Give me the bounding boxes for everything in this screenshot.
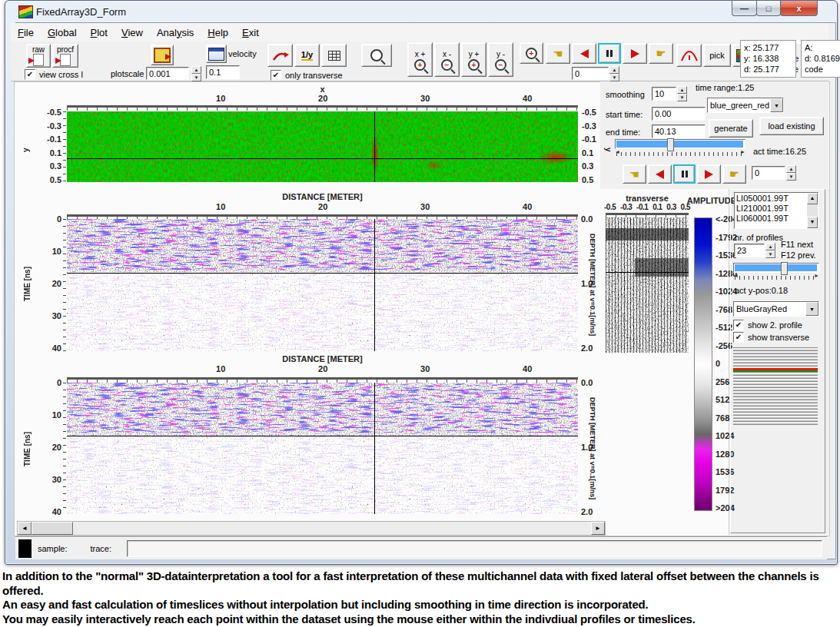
copy-plot-button[interactable] — [151, 45, 174, 65]
menu-item[interactable]: File — [11, 25, 41, 41]
smoothing-spinner[interactable]: ▲ ▼ — [677, 86, 687, 101]
plotscale-spinner[interactable]: ▲ ▼ — [191, 66, 201, 81]
spin-up-icon[interactable]: ▲ — [191, 66, 201, 74]
profile-file-item[interactable]: LI210001.99T — [736, 204, 805, 214]
f12-prev-label: F12 prev. — [781, 250, 816, 260]
nav-pause-button[interactable] — [598, 43, 621, 64]
dropdown-arrow-icon[interactable]: ▼ — [770, 98, 783, 112]
scroll-right-icon[interactable]: ► — [591, 522, 605, 535]
pause-icon — [682, 171, 684, 177]
nav-step-input[interactable]: 0 — [572, 67, 609, 80]
zoom-in-button[interactable]: + — [520, 42, 543, 64]
spin-down-icon[interactable]: ▼ — [786, 173, 796, 181]
time-slider[interactable] — [615, 139, 745, 149]
spin-down-icon[interactable]: ▼ — [677, 94, 687, 101]
timeslice-palette-dropdown[interactable]: blue_green_red ▼ — [707, 98, 784, 113]
axis-zoom-button[interactable]: x + + — [407, 42, 433, 77]
search-button[interactable] — [361, 44, 392, 67]
menu-item[interactable]: Help — [201, 25, 235, 41]
profile-slider-thumb[interactable] — [781, 262, 788, 275]
end-time-input[interactable]: 40.13 — [652, 124, 706, 138]
slice-step-spinner[interactable]: ▲ ▼ — [786, 165, 796, 181]
nr-profiles-input[interactable]: 23 — [734, 244, 765, 257]
nav-step-spinner[interactable]: ▲ ▼ — [609, 66, 619, 81]
nav-forward-button[interactable] — [623, 43, 647, 64]
spin-down-icon[interactable]: ▼ — [609, 74, 619, 81]
plotscale-input[interactable]: 0.001 — [146, 67, 189, 80]
axis-zoom-button[interactable]: y + + — [461, 42, 486, 77]
profile-file-item[interactable]: LI060001.99T — [736, 214, 805, 224]
profile-overview-stripes[interactable] — [733, 347, 818, 426]
axis-zoom-button[interactable]: x - − — [434, 42, 460, 77]
menu-item[interactable]: View — [115, 25, 150, 41]
profile-palette-dropdown[interactable]: BlueGrayRed ▼ — [733, 301, 819, 317]
dropdown-arrow-icon[interactable]: ▼ — [805, 302, 818, 316]
spin-down-icon[interactable]: ▼ — [191, 74, 201, 81]
spin-up-icon[interactable]: ▲ — [609, 66, 619, 74]
spin-up-icon[interactable]: ▲ — [677, 86, 687, 94]
show-transverse-checkbox[interactable]: ✔ show transverse — [733, 332, 809, 343]
scrollbar-thumb[interactable] — [32, 522, 73, 535]
menu-item[interactable]: Plot — [84, 25, 115, 41]
horizontal-scrollbar[interactable]: ◄ ► — [17, 521, 606, 536]
pause-icon — [606, 50, 609, 57]
processed-data-button[interactable]: procf — [52, 44, 78, 68]
menu-item[interactable]: Exit — [235, 25, 266, 41]
menu-item[interactable]: Analysis — [150, 25, 201, 41]
curve-tool-button[interactable] — [267, 44, 293, 67]
coordinates-info-box: x: 25.177y: 16.338d: 25.177 — [740, 40, 796, 78]
spin-up-icon[interactable]: ▲ — [786, 165, 796, 173]
slice-fast-back-button[interactable]: ☚ — [623, 164, 646, 184]
slice-forward-button[interactable] — [697, 164, 721, 184]
file-list-scrollbar[interactable]: ▲ ▼ — [807, 193, 818, 228]
start-time-input[interactable]: 0.00 — [652, 107, 706, 121]
profile-file-item[interactable]: LI050001.99T — [736, 194, 805, 204]
profile-file-list[interactable]: LI050001.99TLI210001.99TLI060001.99T ▲ ▼ — [734, 192, 818, 229]
scroll-up-icon[interactable]: ▲ — [807, 193, 818, 204]
view-cross-checkbox[interactable]: ✔ view cross l — [25, 69, 83, 80]
minimize-button[interactable]: — — [732, 1, 757, 16]
raw-data-button[interactable]: raw — [26, 44, 51, 68]
nr-profiles-spinner[interactable]: ▲ ▼ — [765, 243, 775, 258]
spin-down-icon[interactable]: ▼ — [765, 250, 775, 258]
spin-up-icon[interactable]: ▲ — [765, 243, 775, 250]
velocity-input[interactable]: 0.1 — [206, 65, 240, 79]
time-slider-thumb[interactable] — [667, 138, 674, 151]
nav-fast-forward-button[interactable]: ☛ — [649, 43, 673, 64]
point-a-info-box: A:d: 0.81692code — [801, 40, 840, 78]
load-existing-button[interactable]: load existing — [759, 117, 824, 135]
maximize-button[interactable]: □ — [756, 1, 781, 16]
current-profile-marker-green — [733, 370, 818, 372]
nav-back-button[interactable] — [572, 43, 596, 64]
f11-next-label: F11 next — [781, 240, 813, 249]
hyperbola-fit-button[interactable] — [676, 44, 702, 67]
profile-bottom-x-axis — [67, 377, 578, 380]
slice-fast-forward-button[interactable]: ☛ — [722, 164, 746, 184]
grid-view-button[interactable] — [321, 44, 347, 67]
inverse-velocity-button[interactable]: 1/y — [294, 44, 320, 67]
profile-bottom-plot[interactable] — [67, 383, 578, 514]
axis-zoom-button[interactable]: y - − — [488, 42, 513, 77]
show-2-profile-checkbox[interactable]: ✔ show 2. profile — [733, 320, 802, 330]
transverse-plot[interactable] — [606, 217, 689, 353]
magnifier-plus-icon: + — [526, 48, 537, 59]
scroll-left-icon[interactable]: ◄ — [18, 522, 32, 535]
profile-slider[interactable] — [733, 263, 819, 273]
slice-step-input[interactable]: 0 — [752, 166, 785, 180]
pick-button[interactable]: pick — [703, 44, 731, 67]
close-button[interactable]: x — [780, 1, 818, 16]
profile-top-plot[interactable] — [67, 219, 578, 351]
plot-window-button[interactable] — [206, 45, 227, 63]
magnifier-icon: − — [441, 59, 453, 71]
only-transverse-checkbox[interactable]: ✔ only transverse — [271, 70, 343, 81]
menu-item[interactable]: Global — [41, 25, 84, 41]
slice-pause-button[interactable] — [673, 164, 696, 184]
timeslice-plot[interactable] — [67, 111, 578, 182]
arrow-left-icon — [580, 49, 589, 58]
nav-fast-back-button[interactable]: ☚ — [546, 43, 570, 64]
generate-button[interactable]: generate — [709, 119, 753, 138]
smoothing-input[interactable]: 10 — [652, 87, 676, 101]
profile-top-crosshair-horizontal — [67, 273, 578, 274]
slice-back-button[interactable] — [648, 164, 672, 184]
scroll-down-icon[interactable]: ▼ — [807, 217, 818, 228]
